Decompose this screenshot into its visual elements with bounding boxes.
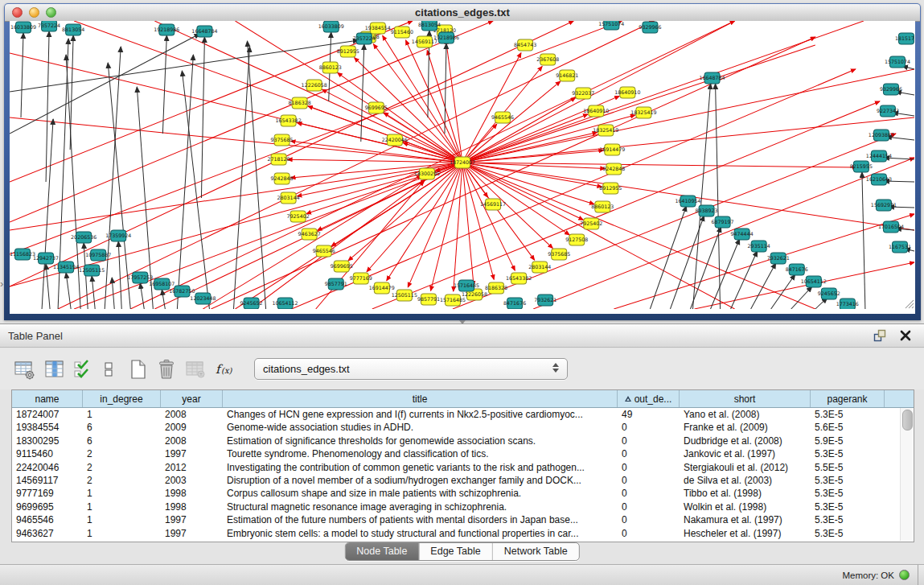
- graph-node-label: 19384554: [365, 25, 391, 31]
- graph-node-label: 18325419: [593, 127, 618, 133]
- graph-node-label: 8912955: [337, 48, 359, 54]
- table-settings-icon[interactable]: [13, 358, 35, 381]
- graph-node-label: 15751074: [598, 21, 624, 27]
- graph-node-label: 9375685: [271, 137, 294, 142]
- graph-node-label: 16210643: [866, 176, 892, 182]
- table-row[interactable]: 911546021997Tourette syndrome. Phenomeno…: [12, 447, 914, 460]
- graph-node-label: 15716485: [454, 282, 479, 288]
- graph-node-label: 11345194: [53, 264, 79, 270]
- table-row[interactable]: 946362711997Embryonic stem cells: a mode…: [12, 527, 914, 540]
- graph-node-label: 12942737: [33, 255, 59, 261]
- graph-node-label: 15692971: [871, 202, 897, 208]
- table-row[interactable]: 946554611997Estimation of the future num…: [12, 513, 914, 526]
- graph-node-label: 15716485: [440, 297, 466, 303]
- dropdown-stepper-icon: [552, 363, 559, 373]
- column-header-pagerank[interactable]: pagerank: [811, 390, 885, 407]
- new-document-icon[interactable]: [129, 358, 148, 381]
- graph-node-label: 7357224: [353, 35, 376, 41]
- table-row[interactable]: 1872400712008Changes of HCN gene express…: [12, 408, 914, 421]
- graph-node-label: 9242848: [602, 166, 625, 171]
- graph-node-label: 16782750: [169, 288, 195, 294]
- graph-node-label: 12505115: [392, 292, 417, 298]
- graph-node-label: 9375685: [548, 251, 570, 257]
- tab-node-table[interactable]: Node Table: [345, 543, 418, 560]
- table-row[interactable]: 969969511998Structural magnetic resonanc…: [12, 501, 914, 513]
- table-select-dropdown[interactable]: citations_edges.txt: [254, 358, 568, 380]
- graph-node-label: 20206536: [71, 234, 97, 240]
- table-disabled-icon[interactable]: [185, 358, 206, 381]
- float-panel-icon[interactable]: [873, 328, 887, 343]
- graph-node-label: 17016504: [878, 224, 904, 229]
- graph-node-label: 17359924: [105, 233, 131, 238]
- select-checks-icon[interactable]: [74, 358, 95, 381]
- status-bar: Memory: OK: [0, 564, 924, 585]
- resize-grip-icon[interactable]: [906, 300, 914, 308]
- memory-ok-icon: [899, 570, 910, 580]
- graph-node-label: 1773416: [836, 301, 859, 307]
- graph-node-label: 8186328: [289, 100, 311, 105]
- graph-node-label: 9329966: [639, 24, 661, 30]
- graph-node-label: 9245652: [818, 290, 840, 296]
- graph-node-label: 12226058: [462, 291, 487, 297]
- graph-node-label: 22420046: [382, 137, 408, 142]
- graph-node-label: 9777169: [350, 275, 372, 281]
- graph-node-label: 16648784: [191, 28, 217, 34]
- table-row[interactable]: 1830029562008Estimation of significance …: [12, 435, 914, 447]
- status-divider: [918, 565, 918, 585]
- graph-node-label: 8860123: [319, 64, 342, 70]
- column-header-short[interactable]: short: [680, 390, 811, 407]
- table-toolbar: f (x) citations_edges.txt: [0, 348, 924, 389]
- table-row[interactable]: 2242004622012Investigating the contribut…: [12, 461, 914, 474]
- close-panel-icon[interactable]: [900, 330, 911, 341]
- graph-node-label: 16648784: [700, 75, 725, 80]
- graph-node-label: 7932621: [767, 255, 790, 261]
- column-header-year[interactable]: year: [161, 390, 223, 407]
- trash-icon[interactable]: [156, 358, 177, 381]
- table-row[interactable]: 977716911998Corpus callosum shape and si…: [12, 487, 914, 500]
- column-header-in_degree[interactable]: in_degree: [83, 390, 161, 407]
- graph-node-label: 9465546: [491, 114, 514, 120]
- graph-node-label: 9245652: [240, 300, 262, 306]
- scrollbar-thumb[interactable]: [902, 410, 913, 431]
- function-icon[interactable]: f (x): [214, 358, 240, 381]
- window-title: citations_edges.txt: [5, 6, 920, 19]
- graph-node-label: 9857791: [417, 296, 440, 302]
- graph-node-label: 9227343: [877, 108, 899, 113]
- column-header-title[interactable]: title: [223, 390, 618, 407]
- tab-network-table[interactable]: Network Table: [492, 543, 579, 560]
- table-column-icon[interactable]: [43, 358, 66, 381]
- column-header-name[interactable]: name: [12, 390, 83, 407]
- graph-node-label: 2367608: [536, 56, 559, 62]
- rows-icon[interactable]: [103, 358, 114, 381]
- graph-node-label: 9322037: [572, 90, 594, 96]
- graph-node-label: 19218986: [433, 35, 459, 40]
- column-header-out_de[interactable]: out_de...: [618, 390, 680, 407]
- graph-node-label: 7925402: [580, 220, 602, 226]
- table-select-value: citations_edges.txt: [255, 363, 350, 375]
- graph-node-label: 18640910: [614, 89, 640, 95]
- graph-node-label: 9474444: [731, 231, 754, 237]
- graph-node-label: 9699695: [331, 263, 353, 269]
- graph-node-label: 18724007: [450, 159, 475, 165]
- graph-node-label: 14569117: [480, 201, 506, 207]
- graph-node-label: 8186328: [485, 285, 507, 290]
- graph-node-label: 9699695: [365, 105, 388, 110]
- graph-node-label: 12505115: [79, 267, 105, 273]
- window-titlebar[interactable]: citations_edges.txt: [5, 4, 920, 22]
- table-row[interactable]: 1938455462009Genome-wide association stu…: [12, 421, 914, 434]
- table-row[interactable]: 1456911722003Disruption of a novel membe…: [12, 474, 914, 487]
- graph-node-label: 2935114: [748, 243, 770, 249]
- tab-edge-table[interactable]: Edge Table: [418, 543, 491, 560]
- graph-node-label: 17957253: [127, 274, 153, 280]
- control-panel-expand-icon[interactable]: ›: [0, 280, 3, 288]
- vertical-scrollbar[interactable]: [900, 408, 913, 541]
- graph-node-label: 9115460: [391, 29, 413, 35]
- graph-node-label: 16543382: [276, 117, 302, 123]
- graph-node-label: 16033809: [318, 23, 344, 29]
- network-canvas[interactable]: 1872400791275088912955886012312226058818…: [10, 21, 915, 314]
- graph-node-label: 9463627: [298, 231, 321, 237]
- graph-node-label: 2803144: [277, 195, 300, 200]
- memory-status: Memory: OK: [842, 570, 918, 580]
- graph-node-label: 1815172: [895, 35, 914, 41]
- network-nodes[interactable]: 1872400791275088912955886012312226058818…: [10, 21, 914, 309]
